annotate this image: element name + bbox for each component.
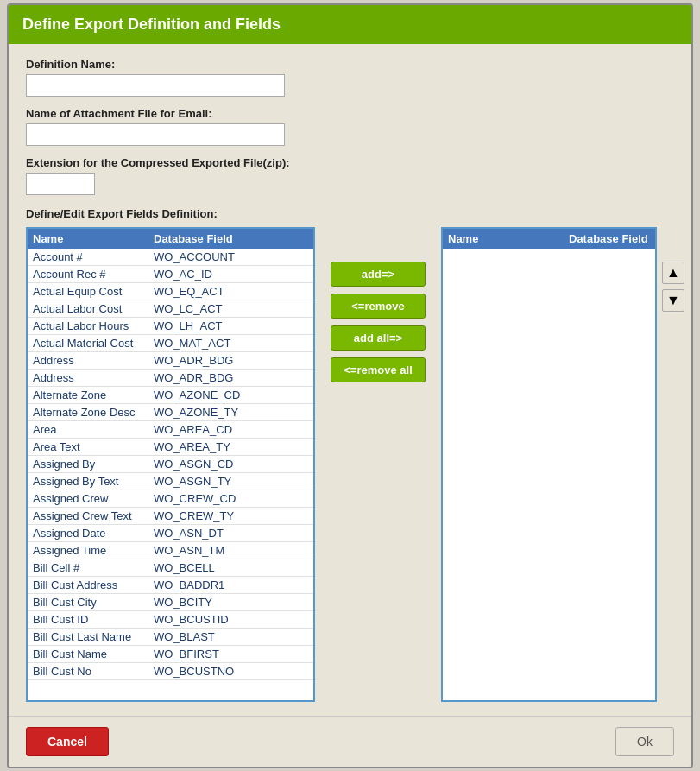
right-table: Name Database Field bbox=[441, 227, 657, 702]
row-name: Actual Labor Hours bbox=[33, 319, 154, 332]
table-row[interactable]: Assigned ByWO_ASGN_CD bbox=[28, 456, 313, 473]
table-row[interactable]: AddressWO_ADR_BDG bbox=[28, 352, 313, 370]
row-name: Actual Material Cost bbox=[33, 337, 154, 350]
left-table-header: Name Database Field bbox=[28, 229, 313, 249]
extension-input[interactable] bbox=[26, 173, 95, 195]
row-db: WO_ADR_BDG bbox=[154, 371, 308, 384]
row-db: WO_LC_ACT bbox=[154, 302, 308, 315]
right-table-header: Name Database Field bbox=[443, 229, 655, 249]
row-db: WO_AZONE_CD bbox=[154, 389, 308, 401]
table-row[interactable]: Actual Material CostWO_MAT_ACT bbox=[28, 335, 313, 352]
row-db: WO_CREW_CD bbox=[154, 492, 308, 505]
row-db: WO_ADR_BDG bbox=[154, 354, 308, 367]
row-db: WO_BLAST bbox=[154, 630, 308, 643]
row-db: WO_BCUSTNO bbox=[154, 665, 308, 678]
row-name: Alternate Zone bbox=[33, 389, 154, 401]
table-row[interactable]: Bill Cust NameWO_BFIRST bbox=[28, 646, 313, 663]
row-name: Account Rec # bbox=[33, 268, 154, 281]
row-name: Assigned Date bbox=[33, 527, 154, 540]
row-db: WO_BFIRST bbox=[154, 648, 308, 660]
table-row[interactable]: Bill Cust CityWO_BCITY bbox=[28, 594, 313, 611]
row-db: WO_BCELL bbox=[154, 561, 308, 574]
row-name: Area Text bbox=[33, 440, 154, 453]
table-row[interactable]: Actual Labor CostWO_LC_ACT bbox=[28, 300, 313, 318]
table-row[interactable]: Bill Cust IDWO_BCUSTID bbox=[28, 611, 313, 629]
left-panel: Name Database Field Account #WO_ACCOUNTA… bbox=[26, 227, 315, 702]
row-db: WO_AZONE_TY bbox=[154, 406, 308, 419]
row-name: Area bbox=[33, 423, 154, 436]
row-db: WO_AC_ID bbox=[154, 268, 308, 281]
table-row[interactable]: Bill Cust NoWO_BCUSTNO bbox=[28, 663, 313, 680]
definition-name-input[interactable] bbox=[26, 74, 285, 97]
left-col-db-header: Database Field bbox=[154, 232, 308, 245]
remove-all-button[interactable]: <=remove all bbox=[331, 357, 426, 382]
row-name: Assigned By Text bbox=[33, 475, 154, 488]
table-row[interactable]: Assigned DateWO_ASN_DT bbox=[28, 525, 313, 542]
row-db: WO_BCITY bbox=[154, 596, 308, 609]
dialog: Define Export Definition and Fields Defi… bbox=[7, 3, 693, 768]
row-name: Bill Cell # bbox=[33, 561, 154, 574]
row-name: Bill Cust Name bbox=[33, 648, 154, 660]
table-row[interactable]: Actual Labor HoursWO_LH_ACT bbox=[28, 318, 313, 335]
table-row[interactable]: Assigned TimeWO_ASN_TM bbox=[28, 542, 313, 559]
row-name: Assigned Crew bbox=[33, 492, 154, 505]
ok-button[interactable]: Ok bbox=[615, 727, 674, 756]
row-db: WO_MAT_ACT bbox=[154, 337, 308, 350]
table-row[interactable]: Bill Cust AddressWO_BADDR1 bbox=[28, 577, 313, 594]
row-db: WO_LH_ACT bbox=[154, 319, 308, 332]
table-row[interactable]: Assigned By TextWO_ASGN_TY bbox=[28, 473, 313, 490]
add-button[interactable]: add=> bbox=[331, 262, 426, 287]
middle-panel: add=> <=remove add all=> <=remove all bbox=[315, 262, 441, 382]
row-name: Bill Cust No bbox=[33, 665, 154, 678]
arrow-panel: ▲ ▼ bbox=[662, 262, 684, 312]
table-row[interactable]: Assigned Crew TextWO_CREW_TY bbox=[28, 508, 313, 525]
extension-label: Extension for the Compressed Exported Fi… bbox=[26, 156, 674, 169]
table-row[interactable]: Account #WO_ACCOUNT bbox=[28, 249, 313, 266]
table-row[interactable]: AddressWO_ADR_BDG bbox=[28, 370, 313, 387]
table-row[interactable]: Account Rec #WO_AC_ID bbox=[28, 266, 313, 283]
row-db: WO_AREA_CD bbox=[154, 423, 308, 436]
right-col-db-header: Database Field bbox=[569, 232, 650, 245]
row-db: WO_BADDR1 bbox=[154, 578, 308, 591]
attachment-file-label: Name of Attachment File for Email: bbox=[26, 107, 674, 120]
down-arrow-button[interactable]: ▼ bbox=[662, 289, 684, 312]
row-db: WO_AREA_TY bbox=[154, 440, 308, 453]
table-row[interactable]: Actual Equip CostWO_EQ_ACT bbox=[28, 283, 313, 300]
row-name: Assigned By bbox=[33, 458, 154, 471]
row-name: Actual Labor Cost bbox=[33, 302, 154, 315]
row-db: WO_ASN_DT bbox=[154, 527, 308, 540]
row-name: Address bbox=[33, 354, 154, 367]
row-name: Bill Cust Last Name bbox=[33, 630, 154, 643]
dialog-title: Define Export Definition and Fields bbox=[9, 5, 691, 44]
right-table-scroll[interactable] bbox=[443, 249, 655, 700]
section-title: Define/Edit Export Fields Definition: bbox=[26, 207, 674, 220]
table-row[interactable]: Alternate Zone DescWO_AZONE_TY bbox=[28, 404, 313, 421]
remove-button[interactable]: <=remove bbox=[331, 294, 426, 319]
table-row[interactable]: Alternate ZoneWO_AZONE_CD bbox=[28, 387, 313, 404]
table-row[interactable]: Bill Cust Last NameWO_BLAST bbox=[28, 629, 313, 646]
row-name: Account # bbox=[33, 250, 154, 263]
cancel-button[interactable]: Cancel bbox=[26, 727, 109, 756]
definition-name-label: Definition Name: bbox=[26, 58, 674, 71]
add-all-button[interactable]: add all=> bbox=[331, 325, 426, 351]
row-name: Assigned Time bbox=[33, 544, 154, 557]
row-db: WO_EQ_ACT bbox=[154, 285, 308, 298]
right-col-name-header: Name bbox=[448, 232, 569, 245]
dialog-footer: Cancel Ok bbox=[9, 716, 691, 767]
row-db: WO_ASGN_TY bbox=[154, 475, 308, 488]
row-db: WO_CREW_TY bbox=[154, 509, 308, 522]
tables-area: Name Database Field Account #WO_ACCOUNTA… bbox=[26, 227, 674, 702]
table-row[interactable]: Bill Cell #WO_BCELL bbox=[28, 559, 313, 577]
table-row[interactable]: Assigned CrewWO_CREW_CD bbox=[28, 490, 313, 508]
row-name: Address bbox=[33, 371, 154, 384]
table-row[interactable]: AreaWO_AREA_CD bbox=[28, 421, 313, 439]
left-table-scroll[interactable]: Account #WO_ACCOUNTAccount Rec #WO_AC_ID… bbox=[28, 249, 313, 700]
table-row[interactable]: Area TextWO_AREA_TY bbox=[28, 439, 313, 456]
row-db: WO_ACCOUNT bbox=[154, 250, 308, 263]
right-area: Name Database Field ▲ ▼ bbox=[441, 227, 684, 702]
attachment-file-input[interactable] bbox=[26, 123, 285, 146]
up-arrow-button[interactable]: ▲ bbox=[662, 262, 684, 284]
row-name: Assigned Crew Text bbox=[33, 509, 154, 522]
row-name: Bill Cust ID bbox=[33, 613, 154, 626]
row-db: WO_ASN_TM bbox=[154, 544, 308, 557]
